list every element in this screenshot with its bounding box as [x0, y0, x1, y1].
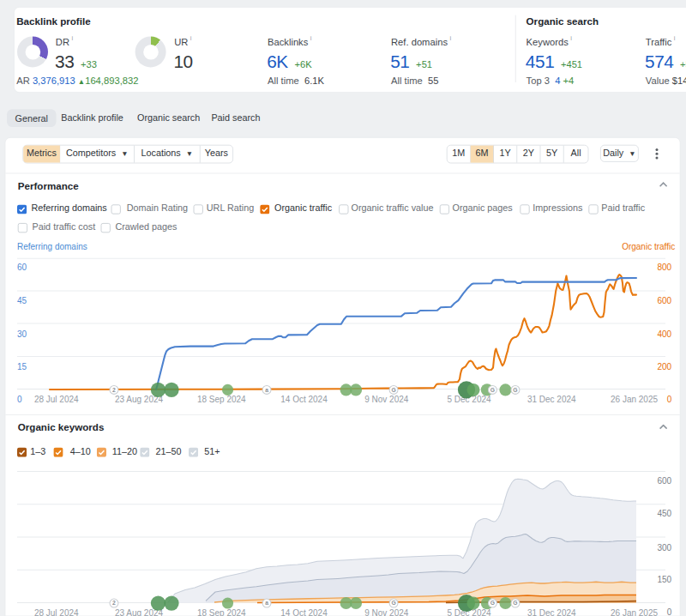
svg-text:26 Jan 2025: 26 Jan 2025: [611, 608, 658, 616]
svg-text:60: 60: [17, 263, 27, 272]
svg-text:15: 15: [17, 362, 27, 371]
svg-text:0: 0: [17, 395, 22, 404]
svg-text:2: 2: [112, 600, 116, 606]
svg-text:9 Nov 2024: 9 Nov 2024: [364, 608, 409, 616]
svg-text:G: G: [513, 600, 517, 606]
svg-text:14 Oct 2024: 14 Oct 2024: [280, 395, 328, 404]
svg-text:G: G: [513, 387, 517, 393]
svg-text:G: G: [490, 600, 495, 606]
svg-text:a: a: [265, 600, 268, 606]
svg-text:45: 45: [17, 296, 27, 305]
svg-text:G: G: [391, 387, 395, 393]
svg-text:31 Dec 2024: 31 Dec 2024: [527, 395, 576, 404]
svg-text:G: G: [391, 600, 395, 606]
svg-text:28 Jul 2024: 28 Jul 2024: [34, 608, 79, 616]
svg-text:31 Dec 2024: 31 Dec 2024: [527, 608, 576, 616]
svg-text:2: 2: [112, 387, 116, 393]
svg-text:450: 450: [658, 509, 672, 518]
svg-text:18 Sep 2024: 18 Sep 2024: [197, 608, 246, 616]
svg-text:9 Nov 2024: 9 Nov 2024: [364, 395, 409, 404]
svg-text:28 Jul 2024: 28 Jul 2024: [34, 395, 79, 404]
svg-text:30: 30: [17, 329, 27, 339]
svg-text:400: 400: [658, 329, 672, 339]
svg-text:G: G: [490, 387, 495, 393]
svg-text:600: 600: [658, 476, 672, 486]
svg-text:0: 0: [667, 395, 672, 404]
svg-text:200: 200: [658, 362, 672, 371]
svg-text:0: 0: [667, 607, 672, 616]
svg-text:300: 300: [658, 543, 672, 553]
svg-text:600: 600: [658, 296, 672, 305]
svg-text:26 Jan 2025: 26 Jan 2025: [611, 395, 658, 404]
svg-text:14 Oct 2024: 14 Oct 2024: [280, 608, 328, 616]
svg-text:a: a: [265, 387, 268, 393]
svg-text:150: 150: [658, 575, 672, 584]
svg-text:18 Sep 2024: 18 Sep 2024: [197, 395, 246, 404]
svg-text:800: 800: [658, 263, 672, 272]
